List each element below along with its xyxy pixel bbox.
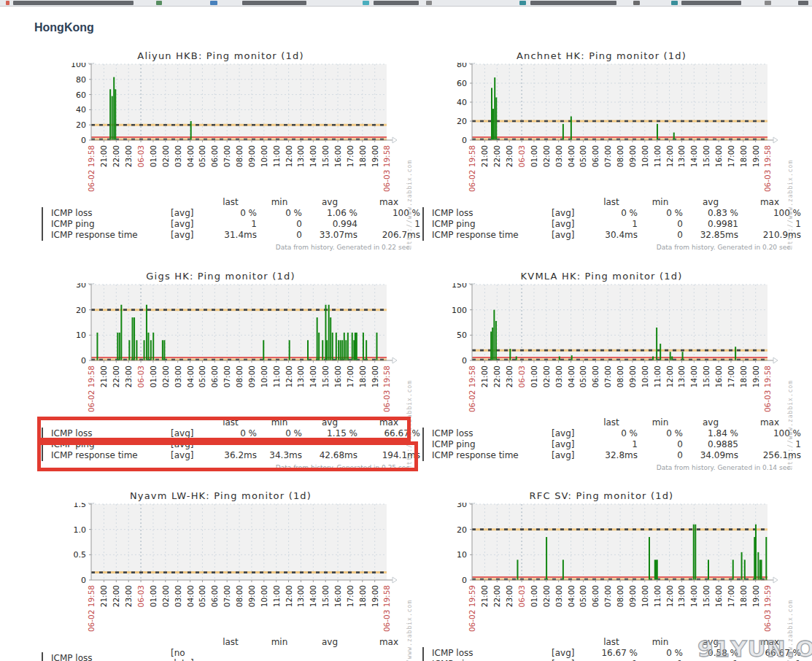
- svg-text:13:00: 13:00: [296, 145, 305, 167]
- data-spike: [345, 340, 347, 360]
- data-spike: [190, 121, 192, 140]
- bookmark-favicon-icon[interactable]: [363, 1, 369, 5]
- svg-text:11:00: 11:00: [272, 366, 281, 387]
- bookmark-favicon-icon[interactable]: [6, 1, 9, 5]
- svg-text:50: 50: [457, 330, 467, 340]
- legend-func: [avg]: [547, 219, 585, 229]
- chart-graph-area[interactable]: 00.51.01.506-02 19:5821:0022:0023:0006-0…: [36, 503, 405, 635]
- svg-text:05:00: 05:00: [579, 366, 587, 387]
- bookmark-favicon-icon[interactable]: [374, 1, 419, 5]
- svg-text:21:00: 21:00: [99, 145, 108, 167]
- bookmark-favicon-icon[interactable]: [671, 1, 678, 5]
- data-spike: [109, 89, 111, 140]
- data-spike: [134, 317, 135, 360]
- chart-title: Gigs HK: Ping monitor (1d): [36, 271, 405, 282]
- data-spike: [322, 340, 323, 360]
- legend-header: max: [738, 197, 801, 207]
- svg-text:22:00: 22:00: [112, 145, 120, 167]
- bookmark-favicon-icon[interactable]: [210, 1, 217, 5]
- svg-text:14:00: 14:00: [689, 585, 698, 607]
- svg-text:21:00: 21:00: [480, 366, 489, 387]
- svg-text:06:00: 06:00: [591, 145, 600, 167]
- svg-text:14:00: 14:00: [689, 366, 698, 387]
- series-color-swatch-icon: [422, 207, 424, 219]
- legend-avg-value: 32.85ms: [683, 230, 738, 240]
- legend-min-value: 0 %: [638, 208, 683, 218]
- data-spike: [338, 340, 339, 360]
- bookmark-favicon-icon[interactable]: [519, 1, 526, 5]
- bookmark-favicon-icon[interactable]: [156, 1, 162, 5]
- series-color-swatch-icon: [422, 218, 424, 230]
- data-spike: [115, 89, 116, 140]
- data-spike: [755, 525, 757, 580]
- annotation-box-1: [37, 417, 411, 441]
- bookmark-favicon-icon[interactable]: [13, 1, 134, 5]
- bookmark-favicon-icon[interactable]: [798, 1, 808, 5]
- legend-header: min: [638, 637, 683, 647]
- svg-text:03:00: 03:00: [174, 145, 182, 167]
- chart-graph-area[interactable]: 010203006-02 19:5921:0022:0023:0006-0301…: [417, 503, 786, 635]
- svg-text:11:00: 11:00: [272, 145, 281, 167]
- svg-text:15:00: 15:00: [321, 585, 330, 607]
- chart-grid: Aliyun HKB: Ping monitor (1d)02040608010…: [36, 45, 812, 661]
- data-spike: [652, 356, 654, 360]
- series-color-swatch-icon: [42, 652, 43, 661]
- data-spike: [119, 333, 120, 360]
- data-spike: [735, 347, 736, 360]
- svg-text:04:00: 04:00: [567, 585, 576, 607]
- data-spike: [671, 356, 673, 360]
- svg-text:06:00: 06:00: [210, 366, 219, 387]
- series-color-swatch-icon: [422, 229, 424, 241]
- chart-graph-area[interactable]: 02040608010006-02 19:5821:0022:0023:0006…: [36, 63, 405, 196]
- legend-func: [avg]: [166, 230, 204, 240]
- legend-header: max: [357, 637, 420, 647]
- data-spike: [263, 340, 264, 360]
- svg-text:13:00: 13:00: [296, 366, 305, 387]
- legend-last-value: 1: [585, 439, 638, 449]
- svg-text:13:00: 13:00: [296, 585, 305, 607]
- bookmark-favicon-icon[interactable]: [633, 1, 640, 5]
- legend-header: avg: [302, 197, 357, 207]
- chart-title: KVMLA HK: Ping monitor (1d): [417, 271, 786, 282]
- data-spike: [376, 333, 378, 360]
- legend-last-value: 1: [204, 219, 257, 229]
- bookmark-favicon-icon[interactable]: [681, 1, 741, 5]
- legend-max-value: 100 %: [738, 428, 801, 438]
- legend-avg-value: 0.994: [302, 219, 357, 229]
- svg-text:20: 20: [76, 120, 86, 130]
- svg-text:17:00: 17:00: [727, 585, 735, 607]
- data-spike: [344, 333, 345, 360]
- legend-series-label: ICMP ping: [432, 219, 547, 229]
- legend-max-value: 210.9ms: [738, 230, 801, 240]
- series-color-swatch-icon: [422, 658, 424, 661]
- legend-min-value: 0: [638, 230, 683, 240]
- svg-text:11:00: 11:00: [272, 585, 281, 607]
- browser-bookmarks-bar[interactable]: [0, 0, 812, 7]
- legend-func: [no data]: [166, 648, 204, 661]
- svg-text:22:00: 22:00: [112, 585, 120, 607]
- svg-text:09:00: 09:00: [628, 585, 637, 607]
- legend-max-value: 100 %: [738, 208, 801, 218]
- chart-graph-area[interactable]: 05010015006-02 19:5821:0022:0023:0006-03…: [417, 283, 786, 416]
- bookmark-favicon-icon[interactable]: [530, 1, 616, 5]
- svg-text:40: 40: [76, 105, 86, 115]
- svg-text:03:00: 03:00: [554, 366, 563, 387]
- svg-text:05:00: 05:00: [579, 145, 587, 167]
- svg-text:12:00: 12:00: [665, 585, 674, 607]
- data-spike: [509, 349, 511, 360]
- svg-text:17:00: 17:00: [346, 145, 355, 167]
- svg-text:20: 20: [457, 525, 467, 535]
- bookmark-favicon-icon[interactable]: [426, 1, 432, 5]
- data-spike: [765, 537, 767, 580]
- svg-text:0: 0: [462, 356, 467, 366]
- chart-graph-area[interactable]: 010203006-02 19:5821:0022:0023:0006-0301…: [36, 283, 405, 416]
- bookmark-favicon-icon[interactable]: [242, 1, 306, 5]
- data-spike: [150, 340, 152, 360]
- chart-graph-area[interactable]: 02040608006-02 19:5821:0022:0023:0006-03…: [417, 63, 786, 196]
- legend-last-value: 16.67 %: [585, 648, 638, 658]
- svg-text:11:00: 11:00: [653, 366, 662, 387]
- svg-text:10:00: 10:00: [641, 585, 649, 607]
- legend-min-value: 0 %: [257, 208, 302, 218]
- legend-func: [avg]: [547, 230, 585, 240]
- bookmark-favicon-icon[interactable]: [765, 1, 771, 5]
